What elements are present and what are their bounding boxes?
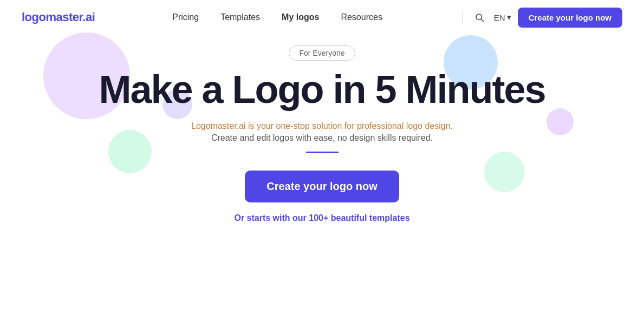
brand-name-accent: ai: [86, 10, 95, 24]
hero-description-line1: Logomaster.ai is your one-stop solution …: [191, 121, 453, 131]
nav-divider: [462, 11, 463, 24]
lang-label: EN: [494, 13, 505, 22]
hero-description-line2: Create and edit logos with ease, no desi…: [211, 133, 433, 143]
nav-item-resources[interactable]: Resources: [332, 8, 391, 27]
hero-section: For Everyone Make a Logo in 5 Minutes Lo…: [0, 35, 644, 223]
hero-divider: [306, 152, 339, 153]
chevron-down-icon: ▾: [507, 12, 511, 22]
hero-cta-button[interactable]: Create your logo now: [245, 171, 399, 202]
search-button[interactable]: [471, 9, 487, 25]
nav-item-mylogos[interactable]: My logos: [273, 8, 328, 27]
svg-point-0: [476, 14, 482, 20]
nav-links: Pricing Templates My logos Resources: [164, 8, 391, 27]
brand-name-main: logomaster.: [22, 10, 86, 24]
navbar: logomaster.ai Pricing Templates My logos…: [0, 0, 644, 35]
nav-right: EN ▾ Create your logo now: [460, 8, 622, 28]
nav-item-pricing[interactable]: Pricing: [164, 8, 207, 27]
hero-title: Make a Logo in 5 Minutes: [99, 69, 545, 110]
language-selector[interactable]: EN ▾: [494, 12, 511, 22]
templates-link[interactable]: Or starts with our 100+ beautiful templa…: [234, 213, 409, 223]
hero-badge: For Everyone: [289, 45, 355, 61]
search-icon: [474, 12, 484, 22]
nav-item-templates[interactable]: Templates: [212, 8, 269, 27]
brand-logo[interactable]: logomaster.ai: [22, 10, 95, 24]
svg-line-1: [482, 19, 484, 22]
nav-cta-button[interactable]: Create your logo now: [518, 8, 622, 28]
